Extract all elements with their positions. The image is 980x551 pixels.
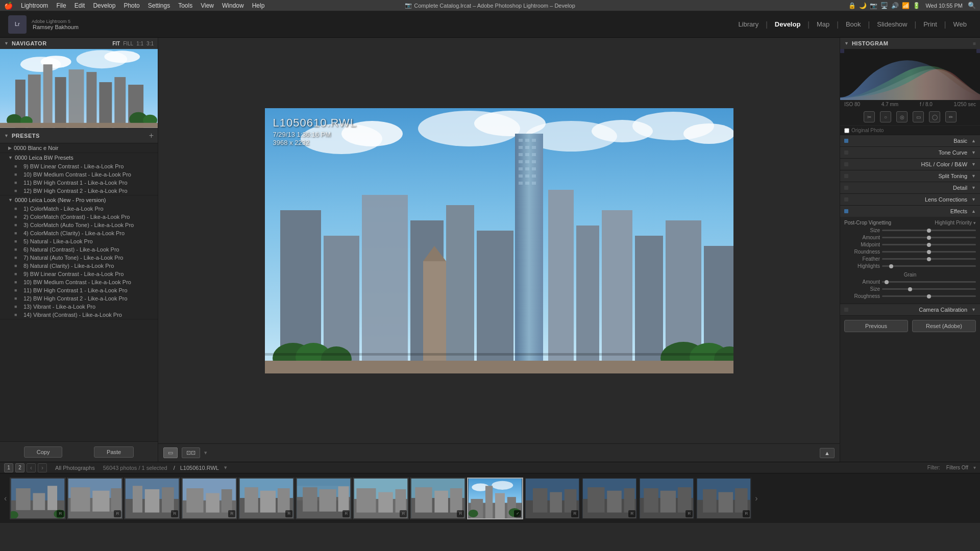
previous-button[interactable]: Previous [844, 320, 908, 332]
current-file-dropdown[interactable]: ▾ [224, 464, 227, 471]
presets-add-btn[interactable]: + [149, 131, 154, 140]
menu-window[interactable]: Window [222, 2, 244, 9]
menu-develop[interactable]: Develop [93, 2, 115, 9]
basic-header[interactable]: Basic ▲ [840, 135, 980, 146]
preset-item[interactable]: ■9) BW Linear Contrast - Like-a-Look Pro [0, 270, 158, 278]
menu-lightroom[interactable]: Lightroom [21, 2, 48, 9]
film-thumb-8[interactable]: R [410, 478, 466, 519]
preset-item[interactable]: ■11) BW High Contrast 1 - Like-a-Look Pr… [0, 286, 158, 294]
preset-item[interactable]: ■6) Natural (Contrast) - Like-a-Look Pro [0, 245, 158, 254]
camera-calibration-toggle[interactable] [844, 308, 848, 312]
tab-map[interactable]: Map [812, 18, 835, 30]
grain-amount-slider[interactable] [882, 281, 976, 283]
preset-item[interactable]: ■8) Natural (Clarity) - Like-a-Look Pro [0, 262, 158, 270]
film-thumb-1[interactable]: R [10, 478, 66, 519]
copy-button[interactable]: Copy [24, 446, 63, 458]
menu-edit[interactable]: Edit [75, 2, 85, 9]
navigator-header[interactable]: ▼ Navigator FIT FILL 1:1 3:1 [0, 38, 158, 49]
original-photo-checkbox[interactable] [844, 128, 849, 133]
preset-item[interactable]: ■3) ColorMatch (Auto Tone) - Like-a-Look… [0, 221, 158, 229]
film-thumb-11[interactable]: R [581, 478, 638, 519]
navigator-preview[interactable] [0, 49, 158, 128]
nav-fill-btn[interactable]: FILL [123, 41, 133, 46]
preset-item[interactable]: ■ 11) BW High Contrast 1 - Like-a-Look P… [0, 179, 158, 187]
film-thumb-10[interactable]: R [524, 478, 580, 519]
tab-library[interactable]: Library [733, 18, 764, 30]
spot-removal-tool[interactable]: ○ [880, 111, 891, 122]
preset-group-1-header[interactable]: ▼ 0000 Leica BW Presets [0, 153, 158, 162]
preset-item[interactable]: ■ 9) BW Linear Contrast - Like-a-Look Pr… [0, 162, 158, 170]
menu-help[interactable]: Help [252, 2, 265, 9]
tone-curve-header[interactable]: Tone Curve ▼ [840, 147, 980, 158]
film-thumb-5[interactable]: R [238, 478, 295, 519]
film-thumb-13[interactable]: R [696, 478, 752, 519]
tab-book[interactable]: Book [841, 18, 866, 30]
filter-dropdown[interactable]: ▾ [973, 465, 976, 470]
tab-develop[interactable]: Develop [770, 18, 806, 30]
histogram-options[interactable]: ≡ [973, 41, 976, 46]
highlights-slider[interactable] [882, 265, 976, 267]
histogram-header[interactable]: ▼ Histogram ≡ [840, 38, 980, 49]
preset-group-2-header[interactable]: ▼ 0000 Leica Look (New - Pro version) [0, 195, 158, 205]
detail-toggle[interactable] [844, 186, 848, 190]
preset-item[interactable]: ■7) Natural (Auto Tone) - Like-a-Look Pr… [0, 254, 158, 262]
basic-toggle[interactable] [844, 139, 848, 143]
preset-item[interactable]: ■5) Natural - Like-a-Look Pro [0, 237, 158, 245]
highlight-priority-dropdown[interactable]: ▾ [973, 220, 976, 226]
hsl-header[interactable]: HSL / Color / B&W ▼ [840, 159, 980, 170]
effects-header[interactable]: Effects ▲ [840, 206, 980, 217]
preset-item[interactable]: ■ 10) BW Medium Contrast - Like-a-Look P… [0, 170, 158, 179]
reset-adobe-button[interactable]: Reset (Adobe) [912, 320, 976, 332]
menu-file[interactable]: File [56, 2, 66, 9]
preset-group-0-header[interactable]: ▶ 0000 Blanc e Noir [0, 143, 158, 153]
preset-item[interactable]: ■ 12) BW High Contrast 2 - Like-a-Look P… [0, 187, 158, 195]
menu-settings[interactable]: Settings [148, 2, 170, 9]
menu-photo[interactable]: Photo [124, 2, 139, 9]
nav-fit-btn[interactable]: FIT [112, 41, 120, 46]
adjustment-brush-tool[interactable]: ✏ [945, 111, 957, 122]
filmstrip-toggle-btn[interactable]: ▲ [820, 448, 835, 458]
film-thumb-6[interactable]: R [296, 478, 352, 519]
next-page-btn[interactable]: › [38, 463, 47, 472]
feather-slider[interactable] [882, 258, 976, 260]
tab-web[interactable]: Web [948, 18, 972, 30]
nav-ratio-btn[interactable]: 3:1 [146, 41, 154, 46]
roundness-slider[interactable] [882, 251, 976, 253]
tone-curve-toggle[interactable] [844, 151, 848, 155]
preset-item[interactable]: ■10) BW Medium Contrast - Like-a-Look Pr… [0, 278, 158, 286]
film-thumb-3[interactable]: R [124, 478, 180, 519]
photo-view[interactable]: L1050610.RWL 7/29/13 1:36:16 PM 3968 x 2… [158, 38, 840, 443]
film-thumb-4[interactable]: R [181, 478, 237, 519]
lens-corrections-header[interactable]: Lens Corrections ▼ [840, 194, 980, 205]
split-toning-toggle[interactable] [844, 174, 848, 178]
detail-header[interactable]: Detail ▼ [840, 182, 980, 193]
preset-item[interactable]: ■4) ColorMatch (Clarity) - Like-a-Look P… [0, 229, 158, 237]
menu-view[interactable]: View [201, 2, 214, 9]
tab-slideshow[interactable]: Slideshow [872, 18, 912, 30]
film-thumb-12[interactable]: R [639, 478, 695, 519]
midpoint-slider[interactable] [882, 244, 976, 245]
redeye-tool[interactable]: ◎ [896, 111, 908, 122]
amount-slider[interactable] [882, 237, 976, 238]
lens-corrections-toggle[interactable] [844, 197, 848, 202]
graduated-filter-tool[interactable]: ▭ [913, 111, 924, 122]
prev-page-btn[interactable]: ‹ [27, 463, 36, 472]
presets-header[interactable]: ▼ Presets + [0, 129, 158, 143]
tab-print[interactable]: Print [918, 18, 942, 30]
crop-tool[interactable]: ✂ [864, 111, 875, 122]
page-2-btn[interactable]: 2 [15, 463, 24, 472]
split-toning-header[interactable]: Split Toning ▼ [840, 170, 980, 182]
nav-1-1-btn[interactable]: 1:1 [136, 41, 143, 46]
filmstrip-right-arrow[interactable]: › [753, 494, 760, 503]
effects-toggle[interactable] [844, 209, 848, 213]
loupe-view-btn[interactable]: ▭ [163, 447, 178, 458]
film-thumb-9[interactable]: ✓ [467, 478, 523, 519]
compare-view-btn[interactable]: ⊡⊡ [182, 447, 200, 458]
filmstrip-left-arrow[interactable]: ‹ [2, 494, 9, 503]
paste-button[interactable]: Paste [94, 446, 134, 458]
grain-size-slider[interactable] [882, 288, 976, 290]
preset-item[interactable]: ■1) ColorMatch - Like-a-Look Pro [0, 205, 158, 213]
film-thumb-7[interactable]: R [353, 478, 409, 519]
zoom-dropdown[interactable]: ▾ [204, 449, 207, 456]
preset-item[interactable]: ■14) Vibrant (Contrast) - Like-a-Look Pr… [0, 311, 158, 319]
